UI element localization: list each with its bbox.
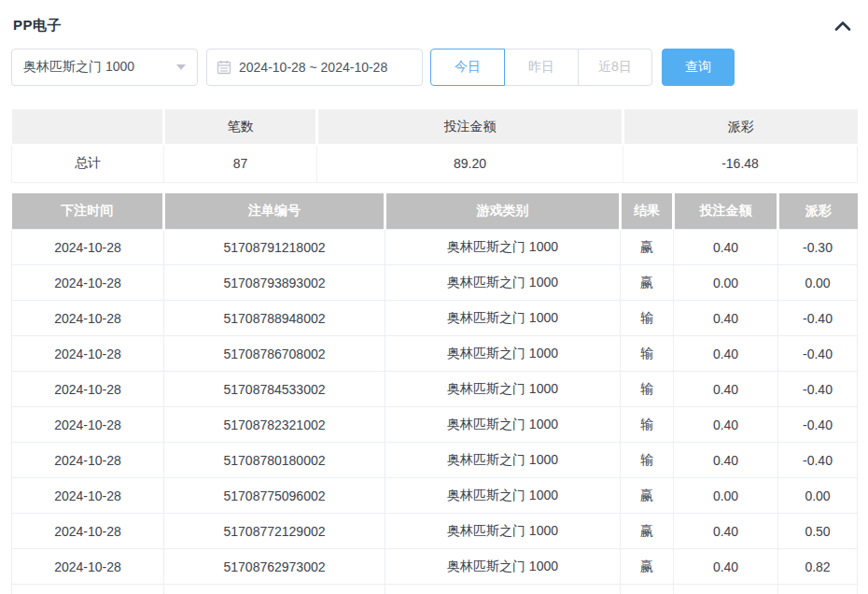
bets-header-row: 下注时间 注单编号 游戏类别 结果 投注金额 派彩 <box>12 193 858 230</box>
panel-header: PP电子 <box>11 0 857 37</box>
table-cell: 51708791218002 <box>164 230 385 265</box>
table-cell: 51708772129002 <box>164 514 385 549</box>
table-cell: -0.40 <box>778 407 858 443</box>
summary-header-row: 笔数 投注金额 派彩 <box>12 109 858 145</box>
summary-total-count: 87 <box>164 145 317 182</box>
table-row: 2024-10-2851708784533002奥林匹斯之门 1000输0.40… <box>12 372 858 407</box>
table-cell: -0.40 <box>778 336 858 372</box>
table-cell <box>385 585 621 594</box>
table-row: 2024-10-2851708782321002奥林匹斯之门 1000输0.40… <box>12 407 858 443</box>
summary-header-bet-amount: 投注金额 <box>317 109 623 145</box>
table-cell: 0.82 <box>778 549 858 585</box>
date-range-input[interactable]: 2024-10-28 ~ 2024-10-28 <box>206 49 423 86</box>
bets-header-result: 结果 <box>621 193 674 230</box>
summary-header-count: 笔数 <box>164 109 317 145</box>
summary-total-row: 总计 87 89.20 -16.48 <box>12 145 858 182</box>
table-cell: 输 <box>621 407 674 443</box>
table-cell: 奥林匹斯之门 1000 <box>385 478 621 514</box>
summary-table: 笔数 投注金额 派彩 总计 87 89.20 -16.48 <box>11 109 858 183</box>
table-cell: 奥林匹斯之门 1000 <box>385 443 621 478</box>
bets-table-body: 2024-10-2851708791218002奥林匹斯之门 1000赢0.40… <box>12 230 858 594</box>
collapse-panel-button[interactable] <box>831 17 855 35</box>
table-cell: 0.40 <box>674 514 778 549</box>
table-cell: 输 <box>621 443 674 478</box>
table-cell: 奥林匹斯之门 1000 <box>385 230 621 265</box>
search-button[interactable]: 查询 <box>662 49 735 86</box>
table-cell: -0.30 <box>778 230 858 265</box>
table-row: 2024-10-2851708780180002奥林匹斯之门 1000输0.40… <box>12 443 858 478</box>
game-select[interactable]: 奥林匹斯之门 1000 <box>11 49 198 86</box>
table-cell: -0.40 <box>778 301 858 336</box>
table-cell: 奥林匹斯之门 1000 <box>385 549 621 585</box>
table-cell: 赢 <box>621 514 674 549</box>
table-cell: 51708793893002 <box>164 265 385 301</box>
table-cell: 2024-10-28 <box>12 265 164 301</box>
summary-total-payout: -16.48 <box>623 145 858 182</box>
table-cell: 输 <box>621 372 674 407</box>
table-cell: 2024-10-28 <box>12 514 164 549</box>
table-cell: 奥林匹斯之门 1000 <box>385 514 621 549</box>
chevron-up-icon <box>833 19 853 33</box>
table-cell: 输 <box>621 301 674 336</box>
table-cell: 赢 <box>621 230 674 265</box>
yesterday-button[interactable]: 昨日 <box>504 49 579 86</box>
table-row: 2024-10-2851708791218002奥林匹斯之门 1000赢0.40… <box>12 230 858 265</box>
table-cell <box>164 585 385 594</box>
table-cell <box>12 585 164 594</box>
table-cell: 2024-10-28 <box>12 443 164 478</box>
table-cell: 51708775096002 <box>164 478 385 514</box>
table-cell: 2024-10-28 <box>12 478 164 514</box>
table-cell <box>674 585 778 594</box>
table-cell: -0.40 <box>778 372 858 407</box>
table-cell: 0.00 <box>778 478 858 514</box>
table-cell: 51708780180002 <box>164 443 385 478</box>
table-cell <box>778 585 858 594</box>
table-cell: 0.40 <box>674 407 778 443</box>
bets-header-bet-amount: 投注金额 <box>674 193 778 230</box>
table-cell: 2024-10-28 <box>12 230 164 265</box>
quick-filter-group: 今日 昨日 近8日 <box>430 49 652 86</box>
table-cell: 奥林匹斯之门 1000 <box>385 265 621 301</box>
table-row: 2024-10-2851708772129002奥林匹斯之门 1000赢0.40… <box>12 514 858 549</box>
table-cell: 51708762973002 <box>164 549 385 585</box>
bets-header-payout: 派彩 <box>778 193 858 230</box>
summary-header-payout: 派彩 <box>623 109 858 145</box>
table-row: 2024-10-2851708762973002奥林匹斯之门 1000赢0.40… <box>12 549 858 585</box>
table-cell: 0.40 <box>674 372 778 407</box>
last-8-days-button[interactable]: 近8日 <box>578 49 652 86</box>
table-cell: -0.40 <box>778 443 858 478</box>
filter-bar: 奥林匹斯之门 1000 2024-10-28 ~ 2024-10-28 今日 昨… <box>11 49 857 86</box>
table-cell: 2024-10-28 <box>12 372 164 407</box>
bets-header-bet-time: 下注时间 <box>12 193 164 230</box>
today-button[interactable]: 今日 <box>430 49 505 86</box>
table-cell: 51708782321002 <box>164 407 385 443</box>
bets-table: 下注时间 注单编号 游戏类别 结果 投注金额 派彩 2024-10-285170… <box>11 193 858 594</box>
table-cell: 2024-10-28 <box>12 336 164 372</box>
table-cell: 2024-10-28 <box>12 407 164 443</box>
table-cell: 奥林匹斯之门 1000 <box>385 372 621 407</box>
table-cell: 0.40 <box>674 549 778 585</box>
table-cell: 奥林匹斯之门 1000 <box>385 336 621 372</box>
table-cell: 2024-10-28 <box>12 549 164 585</box>
table-cell: 0.00 <box>778 265 858 301</box>
table-cell: 0.50 <box>778 514 858 549</box>
table-cell: 赢 <box>621 478 674 514</box>
bets-header-game-category: 游戏类别 <box>385 193 621 230</box>
caret-down-icon <box>176 64 186 70</box>
calendar-icon <box>217 60 239 75</box>
summary-total-label: 总计 <box>12 145 164 182</box>
table-cell: 奥林匹斯之门 1000 <box>385 407 621 443</box>
table-cell: 赢 <box>621 265 674 301</box>
table-row: 2024-10-2851708793893002奥林匹斯之门 1000赢0.00… <box>12 265 858 301</box>
table-cell: 51708784533002 <box>164 372 385 407</box>
date-range-value: 2024-10-28 ~ 2024-10-28 <box>239 60 387 75</box>
table-cell: 赢 <box>621 549 674 585</box>
table-cell: 0.40 <box>674 443 778 478</box>
table-cell: 0.00 <box>674 265 778 301</box>
table-cell: 0.40 <box>674 230 778 265</box>
summary-header-empty <box>12 109 164 145</box>
pp-electronics-panel: PP电子 奥林匹斯之门 1000 <box>0 0 868 594</box>
table-cell: 输 <box>621 336 674 372</box>
game-select-value: 奥林匹斯之门 1000 <box>23 59 134 76</box>
table-row: 2024-10-2851708775096002奥林匹斯之门 1000赢0.00… <box>12 478 858 514</box>
